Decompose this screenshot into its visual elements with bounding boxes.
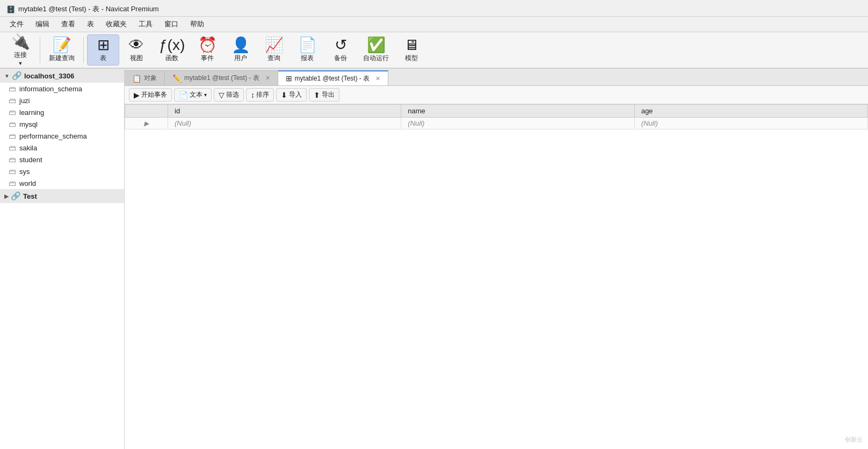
sidebar-db-learning[interactable]: 🗃learning [0, 106, 124, 118]
tab-label-mytable1-view: mytable1 @test (Test) - 表 [295, 74, 370, 83]
content-area: 📋对象✏️mytable1 @test (Test) - 表✕⊞mytable1… [125, 69, 868, 449]
connect-label: 连接 [14, 50, 27, 60]
database-label-information_schema: information_schema [19, 85, 82, 93]
menu-item-收藏夹[interactable]: 收藏夹 [100, 18, 132, 31]
table-toolbar-btn-text[interactable]: 📄文本▾ [174, 88, 212, 102]
toolbar-btn-table[interactable]: ⊞表 [87, 34, 119, 66]
toolbar-btn-user[interactable]: 👤用户 [225, 34, 257, 66]
model-icon: 🖥 [404, 38, 419, 53]
table-toolbar-btn-export[interactable]: ⬆导出 [309, 88, 339, 102]
col-header-id[interactable]: id [168, 105, 401, 118]
toolbar-btn-autorun[interactable]: ✅自动运行 [358, 34, 394, 66]
import-label: 导入 [289, 90, 302, 99]
toolbar-btn-model[interactable]: 🖥模型 [395, 34, 428, 66]
model-label: 模型 [405, 54, 418, 63]
toolbar: 🔌连接▼📝新建查询⊞表👁视图ƒ(x)函数⏰事件👤用户📈查询📄报表↺备份✅自动运行… [0, 32, 868, 69]
menu-item-工具[interactable]: 工具 [133, 18, 158, 31]
row-indicator-0: ▶ [125, 118, 168, 129]
toolbar-btn-new-query[interactable]: 📝新建查询 [44, 34, 80, 66]
sidebar-db-sys[interactable]: 🗃sys [0, 165, 124, 177]
toolbar-btn-view[interactable]: 👁视图 [120, 34, 153, 66]
table-toolbar-btn-filter[interactable]: ▽筛选 [214, 88, 244, 102]
menu-item-查看[interactable]: 查看 [56, 18, 81, 31]
text-icon: 📄 [179, 91, 188, 99]
sidebar-db-performance_schema[interactable]: 🗃performance_schema [0, 130, 124, 142]
database-icon-information_schema: 🗃 [9, 84, 16, 93]
chevron-icon-test: ▶ [4, 193, 9, 199]
cell-0-2[interactable]: (Null) [634, 118, 867, 129]
text-dropdown-icon: ▾ [204, 92, 207, 98]
connect-dropdown-arrow[interactable]: ▼ [18, 61, 23, 66]
database-icon-juzi: 🗃 [9, 96, 16, 105]
sort-label: 排序 [256, 90, 269, 99]
function-icon: ƒ(x) [159, 38, 185, 53]
sidebar-db-sakila[interactable]: 🗃sakila [0, 142, 124, 154]
begin-transaction-label: 开始事务 [141, 90, 167, 99]
sidebar-db-mysql[interactable]: 🗃mysql [0, 118, 124, 130]
sidebar-db-juzi[interactable]: 🗃juzi [0, 95, 124, 106]
function-label: 函数 [165, 54, 178, 63]
table-toolbar-btn-sort[interactable]: ↕排序 [246, 88, 274, 102]
menu-item-帮助[interactable]: 帮助 [185, 18, 209, 31]
tab-objects[interactable]: 📋对象 [125, 70, 165, 85]
report-icon: 📄 [298, 38, 317, 53]
menu-item-文件[interactable]: 文件 [4, 18, 29, 31]
toolbar-btn-function[interactable]: ƒ(x)函数 [154, 34, 190, 66]
menu-item-窗口[interactable]: 窗口 [159, 18, 184, 31]
table-toolbar-btn-begin-transaction[interactable]: ▶开始事务 [129, 88, 172, 102]
new-query-icon: 📝 [53, 38, 71, 53]
tab-icon-objects: 📋 [132, 74, 141, 83]
col-header-name[interactable]: name [401, 105, 634, 118]
sidebar-db-information_schema[interactable]: 🗃information_schema [0, 83, 124, 95]
window-title: mytable1 @test (Test) - 表 - Navicat Prem… [18, 4, 159, 14]
toolbar-btn-connect[interactable]: 🔌连接▼ [4, 34, 37, 66]
cell-0-1[interactable]: (Null) [401, 118, 634, 129]
table-icon: ⊞ [97, 38, 110, 53]
export-label: 导出 [322, 90, 335, 99]
sidebar-db-student[interactable]: 🗃student [0, 154, 124, 165]
menu-item-表[interactable]: 表 [82, 18, 99, 31]
filter-icon: ▽ [219, 91, 225, 99]
database-icon-world: 🗃 [9, 179, 16, 187]
toolbar-btn-report[interactable]: 📄报表 [291, 34, 323, 66]
database-label-world: world [19, 179, 36, 187]
database-icon-sys: 🗃 [9, 167, 16, 176]
event-label: 事件 [201, 54, 214, 63]
data-table-container: idnameage ▶(Null)(Null)(Null) [125, 104, 868, 449]
toolbar-btn-backup[interactable]: ↺备份 [324, 34, 357, 66]
database-label-sys: sys [19, 168, 30, 176]
sidebar-connection-localhost_3306[interactable]: ▼🔗localhost_3306 [0, 69, 124, 83]
sidebar-db-world[interactable]: 🗃world [0, 177, 124, 189]
tab-label-mytable1-edit: mytable1 @test (Test) - 表 [184, 74, 259, 83]
menu-item-编辑[interactable]: 编辑 [30, 18, 55, 31]
tab-mytable1-view[interactable]: ⊞mytable1 @test (Test) - 表✕ [278, 70, 389, 85]
tab-close-mytable1-edit[interactable]: ✕ [265, 75, 270, 82]
table-row: ▶(Null)(Null)(Null) [125, 118, 868, 129]
import-icon: ⬇ [281, 91, 287, 99]
database-icon-performance_schema: 🗃 [9, 132, 16, 140]
database-label-juzi: juzi [19, 97, 30, 105]
new-query-label: 新建查询 [49, 54, 75, 63]
table-header-row: idnameage [125, 105, 868, 118]
database-label-sakila: sakila [19, 144, 37, 152]
query-icon: 📈 [265, 38, 284, 53]
tab-mytable1-edit[interactable]: ✏️mytable1 @test (Test) - 表✕ [165, 70, 278, 85]
watermark: 创新云 [845, 436, 863, 444]
view-icon: 👁 [129, 38, 144, 53]
connection-icon-test: 🔗 [11, 191, 21, 201]
export-icon: ⬆ [314, 91, 320, 99]
table-toolbar-btn-import[interactable]: ⬇导入 [276, 88, 307, 102]
toolbar-divider-2 [83, 37, 84, 63]
connection-label-localhost_3306: localhost_3306 [24, 72, 74, 80]
query-label: 查询 [267, 54, 280, 63]
tab-close-mytable1-view[interactable]: ✕ [375, 75, 380, 82]
toolbar-btn-query[interactable]: 📈查询 [258, 34, 290, 66]
toolbar-btn-event[interactable]: ⏰事件 [191, 34, 223, 66]
col-header-age[interactable]: age [634, 105, 867, 118]
cell-0-0[interactable]: (Null) [168, 118, 401, 129]
database-icon-sakila: 🗃 [9, 143, 16, 152]
toolbar-divider-1 [40, 37, 40, 63]
autorun-icon: ✅ [367, 38, 386, 53]
sidebar-connection-test[interactable]: ▶🔗Test [0, 189, 124, 203]
report-label: 报表 [301, 54, 314, 63]
